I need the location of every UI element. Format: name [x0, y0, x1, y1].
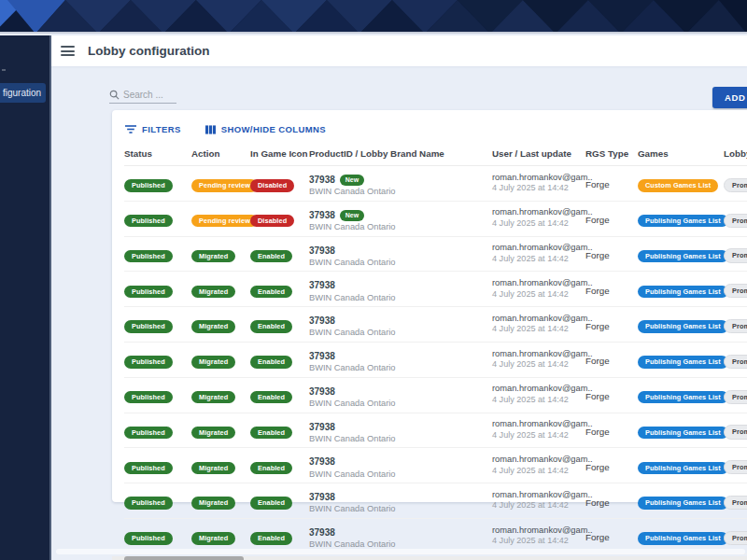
column-header: ProductID / Lobby Brand Name: [309, 142, 492, 166]
table-horizontal-scrollbar: [112, 556, 747, 560]
status-badge: Published: [124, 356, 173, 368]
action-badge: Migrated: [191, 532, 235, 544]
table-row[interactable]: Published Migrated Enabled 37938 BWIN Ca…: [124, 307, 747, 343]
user-email: roman.hromankov@gam..: [492, 314, 580, 325]
action-badge: Migrated: [191, 427, 235, 439]
lobby-table-card: FILTERS SHOW/HIDE COLUMNS StatusActionIn…: [112, 110, 747, 502]
sidebar-item-lobby-configuration[interactable]: figuration: [0, 83, 46, 103]
lobby-button[interactable]: Prom: [724, 214, 747, 228]
page-scrollbar-track[interactable]: [56, 549, 745, 554]
lobby-brand-name: BWIN Canada Ontario: [309, 293, 486, 304]
column-header: Status: [124, 142, 191, 166]
table-row[interactable]: Published Migrated Enabled 37938 BWIN Ca…: [124, 483, 747, 519]
lobby-brand-name: BWIN Canada Ontario: [309, 504, 486, 515]
in-game-icon-badge: Enabled: [250, 391, 292, 403]
sidebar-item-collapsed: [2, 69, 6, 71]
rgs-type: Forge: [585, 179, 610, 189]
lobby-button[interactable]: Prom: [724, 355, 747, 369]
filter-icon: [125, 125, 136, 133]
games-list-button[interactable]: Publishing Games List: [638, 427, 728, 439]
add-new-button[interactable]: ADD NEW: [712, 87, 747, 108]
lobby-button[interactable]: Prom: [724, 496, 747, 510]
last-update-date: 4 July 2025 at 14:42: [492, 324, 580, 335]
product-id: 37938: [309, 422, 335, 432]
product-id: 37938: [309, 280, 335, 290]
status-badge: Published: [124, 497, 173, 509]
rgs-type: Forge: [585, 321, 610, 331]
table-row[interactable]: Published Migrated Enabled 37938 BWIN Ca…: [124, 272, 747, 307]
column-header: User / Last update: [492, 142, 585, 166]
last-update-date: 4 July 2025 at 14:42: [492, 430, 580, 441]
action-badge: Migrated: [191, 391, 235, 403]
games-list-button[interactable]: Publishing Games List: [638, 462, 728, 474]
lobby-button[interactable]: Prom: [724, 319, 747, 333]
rgs-type: Forge: [585, 427, 610, 437]
lobby-brand-name: BWIN Canada Ontario: [309, 363, 486, 374]
product-id: 37938: [309, 386, 335, 397]
last-update-date: 4 July 2025 at 14:42: [492, 359, 580, 371]
in-game-icon-badge: Enabled: [250, 320, 292, 332]
product-id: 37938: [309, 210, 335, 220]
lobby-button[interactable]: Prom: [724, 460, 747, 474]
table-row[interactable]: Published Migrated Enabled 37938 BWIN Ca…: [124, 448, 747, 483]
in-game-icon-badge: Disabled: [250, 179, 294, 191]
table-row[interactable]: Published Pending review Disabled 37938N…: [124, 201, 747, 236]
banner-graphic: [0, 0, 747, 34]
action-badge: Migrated: [191, 250, 235, 262]
rgs-type: Forge: [585, 215, 610, 225]
games-list-button[interactable]: Publishing Games List: [638, 356, 728, 368]
games-list-button[interactable]: Publishing Games List: [638, 320, 728, 332]
rgs-type: Forge: [585, 250, 610, 260]
product-id: 37938: [309, 315, 335, 326]
games-list-button[interactable]: Publishing Games List: [638, 250, 728, 262]
table-row[interactable]: Published Pending review Disabled 37938N…: [124, 166, 747, 202]
lobby-brand-name: BWIN Canada Ontario: [309, 222, 486, 233]
user-email: roman.hromankov@gam..: [492, 349, 580, 360]
lobby-button[interactable]: Prom: [724, 248, 747, 262]
in-game-icon-badge: Enabled: [250, 462, 292, 474]
status-badge: Published: [124, 462, 173, 474]
show-hide-columns-label: SHOW/HIDE COLUMNS: [221, 124, 326, 134]
games-list-button[interactable]: Publishing Games List: [638, 532, 728, 544]
games-list-button[interactable]: Publishing Games List: [638, 391, 728, 403]
product-id: 37938: [309, 245, 335, 256]
scrollbar-thumb[interactable]: [124, 556, 244, 560]
column-header: In Game Icon: [250, 142, 309, 166]
in-game-icon-badge: Enabled: [250, 532, 292, 544]
show-hide-columns-button[interactable]: SHOW/HIDE COLUMNS: [205, 124, 326, 134]
in-game-icon-badge: Enabled: [250, 356, 292, 368]
topbar: Lobby configuration: [51, 35, 747, 66]
sidebar: figuration: [0, 35, 51, 560]
table-row[interactable]: Published Migrated Enabled 37938 BWIN Ca…: [124, 236, 747, 272]
lobby-button[interactable]: Prom: [724, 425, 747, 439]
table-row[interactable]: Published Migrated Enabled 37938 BWIN Ca…: [124, 342, 747, 377]
games-list-button[interactable]: Publishing Games List: [638, 497, 728, 509]
user-email: roman.hromankov@gam..: [492, 455, 580, 466]
last-update-date: 4 July 2025 at 14:42: [492, 500, 580, 511]
lobby-button[interactable]: Prom: [724, 284, 747, 298]
games-list-button[interactable]: Publishing Games List: [638, 286, 728, 298]
app-window: figuration Lobby configuration ADD NEW: [0, 0, 747, 560]
menu-icon[interactable]: [61, 44, 75, 59]
user-email: roman.hromankov@gam..: [492, 278, 580, 289]
in-game-icon-badge: Disabled: [250, 215, 294, 227]
lobby-button[interactable]: Prom: [724, 178, 747, 192]
user-email: roman.hromankov@gam..: [492, 490, 580, 501]
filters-button[interactable]: FILTERS: [125, 124, 181, 134]
lobby-brand-name: BWIN Canada Ontario: [309, 434, 486, 445]
lobby-button[interactable]: Prom: [724, 390, 747, 404]
search-input[interactable]: [123, 90, 174, 100]
rgs-type: Forge: [585, 462, 610, 472]
lobby-brand-name: BWIN Canada Ontario: [309, 187, 486, 198]
games-list-button[interactable]: Publishing Games List: [638, 215, 728, 227]
table-row[interactable]: Published Migrated Enabled 37938 BWIN Ca…: [124, 413, 747, 448]
games-list-button[interactable]: Custom Games List: [638, 179, 718, 191]
last-update-date: 4 July 2025 at 14:42: [492, 395, 580, 406]
page-title: Lobby configuration: [88, 44, 210, 58]
user-email: roman.hromankov@gam..: [492, 384, 580, 395]
search-field: [109, 90, 176, 104]
table-row[interactable]: Published Migrated Enabled 37938 BWIN Ca…: [124, 377, 747, 413]
column-header: Lobby: [724, 142, 747, 166]
lobby-button[interactable]: Prom: [724, 531, 747, 545]
user-email: roman.hromankov@gam..: [492, 419, 580, 430]
